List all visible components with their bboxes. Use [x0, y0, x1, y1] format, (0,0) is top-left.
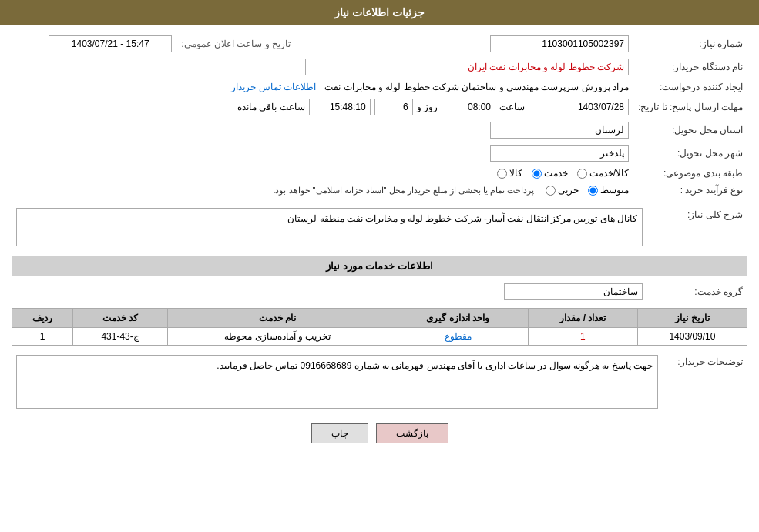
grohe-input: [504, 283, 643, 300]
nave-farayand-label: نوع فرآیند خرید :: [633, 182, 747, 199]
nam-dastgah-label: نام دستگاه خریدار:: [633, 55, 747, 79]
cell-kod: ج-43-431: [73, 328, 167, 346]
remaining-label: ساعت باقی مانده: [237, 102, 305, 112]
sharh-text: کانال های توربین مرکز انتقال نفت آسار- ش…: [287, 213, 637, 224]
page-header: جزئیات اطلاعات نیاز: [0, 0, 759, 25]
farayand-jozi[interactable]: جزیی: [546, 185, 579, 196]
col-vahed: واحد اندازه گیری: [388, 309, 528, 328]
roz-label: روز و: [417, 102, 438, 112]
cell-tedad: 1: [528, 328, 637, 346]
cell-radif: 1: [12, 328, 73, 346]
ijad-konande-value: مراد پرورش سرپرست مهندسی و ساختمان شرکت …: [324, 82, 629, 92]
mohlat-remaining-input: [309, 99, 371, 115]
shahr-input: [490, 145, 629, 162]
mohlat-date-input: [529, 99, 629, 115]
mohlat-label: مهلت ارسال پاسخ: تا تاریخ:: [633, 95, 747, 119]
ostan-input: [490, 122, 629, 139]
cell-vahed: مقطوع: [388, 328, 528, 346]
ijad-konande-label: ایجاد کننده درخواست:: [633, 79, 747, 95]
tabaqe-kala[interactable]: کالا: [497, 168, 522, 179]
col-radif: ردیف: [12, 309, 73, 328]
nave-farayand-radio-group: متوسط جزیی: [546, 185, 629, 196]
col-nam: نام خدمت: [167, 309, 388, 328]
mohlat-days-input: [374, 99, 413, 115]
farayand-motevaset[interactable]: متوسط: [588, 185, 629, 196]
shahr-label: شهر محل تحویل:: [633, 142, 747, 165]
sharh-label: شرح کلی نیاز:: [647, 205, 747, 249]
ettelaat-tamas-link[interactable]: اطلاعات تماس خریدار: [231, 82, 316, 92]
tarikhe-elam-label: :تاریخ و ساعت اعلان عمومی: [181, 38, 291, 49]
print-button[interactable]: چاپ: [311, 423, 368, 443]
cell-nam: تخریب و آماده‌سازی محوطه: [167, 328, 388, 346]
col-tedad: تعداد / مقدار: [528, 309, 637, 328]
mohlat-time-input: [442, 99, 495, 115]
ostan-label: استان محل تحویل:: [633, 119, 747, 142]
shomare-niaz-input: [490, 35, 629, 52]
tozihat-text: جهت پاسخ به هرگونه سوال در ساعات اداری ب…: [217, 360, 653, 371]
sharh-box: کانال های توربین مرکز انتقال نفت آسار- ش…: [16, 208, 643, 246]
grohe-label: گروه خدمت:: [647, 280, 747, 303]
tabaqe-radio-group: کالا/خدمت خدمت کالا: [497, 168, 629, 179]
saat-label: ساعت: [499, 102, 525, 112]
services-table: تاریخ نیاز تعداد / مقدار واحد اندازه گیر…: [12, 308, 747, 346]
button-row: بازگشت چاپ: [12, 423, 747, 443]
col-kod: کد خدمت: [73, 309, 167, 328]
farayand-note: پرداخت تمام یا بخشی از مبلغ خریدار محل "…: [273, 186, 534, 196]
tabaqe-khedmat[interactable]: خدمت: [532, 168, 568, 179]
tarikhe-elam-input: [49, 35, 172, 52]
table-row: 1403/09/10 1 مقطوع تخریب و آماده‌سازی مح…: [12, 328, 747, 346]
back-button[interactable]: بازگشت: [376, 423, 448, 443]
tabaqe-label: طبقه بندی موضوعی:: [633, 165, 747, 182]
tabaqe-kala-khedmat[interactable]: کالا/خدمت: [577, 168, 629, 179]
nam-dastgah-input: [305, 59, 629, 75]
tozihat-box: جهت پاسخ به هرگونه سوال در ساعات اداری ب…: [16, 355, 658, 409]
page-title: جزئیات اطلاعات نیاز: [334, 6, 425, 18]
tozihat-label: توضیحات خریدار:: [663, 352, 747, 412]
col-tarikh: تاریخ نیاز: [637, 309, 747, 328]
khadamat-section-header: اطلاعات خدمات مورد نیاز: [12, 256, 747, 276]
cell-tarikh: 1403/09/10: [637, 328, 747, 346]
shomare-niaz-label: شماره نیاز:: [633, 32, 747, 55]
